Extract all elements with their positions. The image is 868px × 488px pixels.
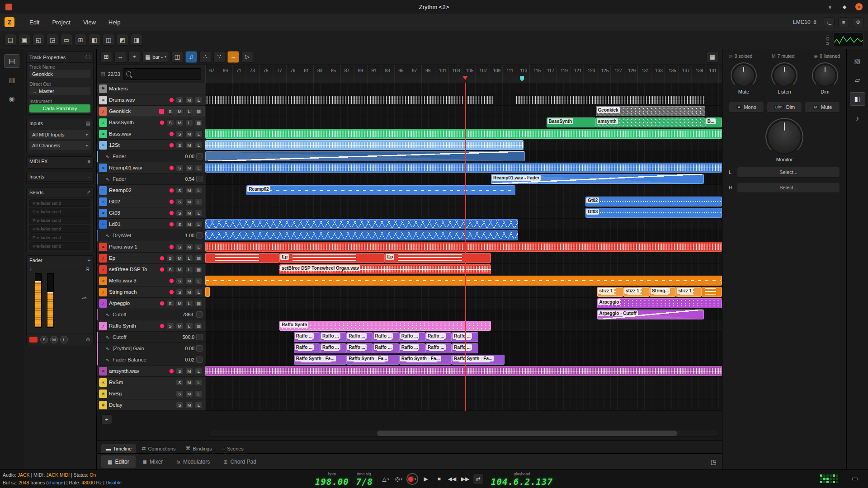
- region-clip[interactable]: Reamp02: [246, 185, 515, 195]
- solo-button[interactable]: S: [176, 244, 184, 250]
- record-arm-indicator[interactable]: [159, 108, 165, 114]
- solo-button[interactable]: S: [176, 198, 184, 205]
- track-row[interactable]: ⚑Markers: [97, 83, 205, 94]
- track-search-input[interactable]: [134, 71, 198, 77]
- mute-button[interactable]: M: [185, 142, 193, 149]
- timeline-lanes[interactable]: GeonkickBassSynthamsynthB...Reamp01.wav …: [205, 83, 722, 411]
- region-clip[interactable]: [205, 129, 722, 139]
- more-options-icon[interactable]: ▷: [241, 51, 253, 63]
- timeline-lane[interactable]: [205, 94, 722, 106]
- region-clip[interactable]: sfizz 1: [623, 287, 650, 297]
- show-lanes-icon[interactable]: ▦: [195, 266, 203, 273]
- region-clip[interactable]: [205, 287, 210, 297]
- timeline-lane[interactable]: Raffo Synth - Fa...Raffo Synth - Fa...Ra…: [205, 354, 722, 366]
- fullscreen-icon[interactable]: ▣: [19, 34, 30, 46]
- solo-button[interactable]: S: [176, 142, 184, 149]
- solo-button[interactable]: S: [176, 221, 184, 228]
- tab-connections[interactable]: ⇄Connections: [137, 444, 180, 453]
- region-clip[interactable]: Raffo Synth - Fa...: [346, 355, 399, 365]
- plugin-slot[interactable]: Pre-fader send: [29, 225, 90, 233]
- timeline-lane[interactable]: [205, 388, 722, 399]
- timeline-lane[interactable]: Arpeggio: [205, 298, 722, 309]
- mute-button[interactable]: M: [185, 164, 193, 171]
- record-arm-indicator[interactable]: [169, 211, 174, 216]
- maximize-window-icon[interactable]: ◆: [841, 3, 848, 10]
- track-row[interactable]: ≈Piano.wav 1SML: [97, 241, 205, 253]
- monitor-section-icon[interactable]: ◧: [850, 92, 865, 106]
- track-row[interactable]: ♪GeonkickSML▦: [97, 106, 205, 117]
- menu-project[interactable]: Project: [46, 16, 76, 28]
- show-lanes-icon[interactable]: ▦: [195, 255, 203, 262]
- region-clip[interactable]: Raffo Synth - Fa...: [294, 355, 347, 365]
- record-arm-indicator[interactable]: [169, 131, 174, 136]
- menu-view[interactable]: View: [77, 16, 102, 28]
- automation-menu-button[interactable]: [196, 334, 203, 340]
- timeline-lane[interactable]: [205, 140, 722, 151]
- track-inspector-icon[interactable]: ▤: [4, 54, 19, 68]
- playhead-display-icon[interactable]: ∴: [199, 51, 211, 63]
- listen-button[interactable]: L: [195, 244, 203, 250]
- mute-button[interactable]: M: [176, 266, 184, 273]
- file-browser-icon[interactable]: ▱: [850, 73, 865, 87]
- timeline-lane[interactable]: [205, 241, 722, 253]
- scripting-console-icon[interactable]: ›_: [824, 17, 835, 27]
- playhead-line[interactable]: [465, 83, 466, 411]
- plugin-slot[interactable]: Pre-fader send: [29, 208, 90, 216]
- automation-menu-button[interactable]: [196, 153, 203, 160]
- timeline-lane[interactable]: Arpeggio - Cutoff: [205, 309, 722, 320]
- record-arm-indicator[interactable]: [160, 301, 165, 306]
- solo-button[interactable]: S: [176, 368, 184, 375]
- solo-button[interactable]: S: [176, 210, 184, 216]
- mute-button[interactable]: M: [185, 244, 193, 250]
- listen-button[interactable]: L: [185, 108, 193, 115]
- mute-button[interactable]: M: [185, 131, 193, 137]
- record-button[interactable]: ▾: [406, 473, 418, 485]
- top-panel-toggle-icon[interactable]: ◩: [117, 34, 128, 46]
- dim-knob[interactable]: [815, 65, 835, 86]
- mute-knob[interactable]: [733, 65, 754, 86]
- timeline-ruler[interactable]: 6769717375777981838587899193959799101103…: [205, 65, 722, 83]
- show-lanes-icon[interactable]: ▦: [195, 323, 203, 329]
- region-clip[interactable]: Raffo ...: [294, 343, 320, 353]
- cue-marker[interactable]: [520, 76, 524, 81]
- tab-chord-pad[interactable]: ⊞Chord Pad: [217, 455, 263, 468]
- metronome-button[interactable]: △▾: [380, 474, 391, 484]
- clip-actions-icon[interactable]: ◫: [171, 51, 183, 63]
- listen-button[interactable]: L: [195, 142, 203, 149]
- listen-button[interactable]: L: [195, 368, 203, 375]
- listen-button[interactable]: L: [185, 255, 193, 262]
- automation-menu-button[interactable]: [196, 357, 203, 363]
- solo-button[interactable]: S: [176, 97, 184, 103]
- mute-button[interactable]: M: [185, 198, 193, 205]
- track-search-box[interactable]: [123, 68, 201, 80]
- solo-button[interactable]: S: [176, 402, 184, 408]
- timeline-lane[interactable]: EpEp: [205, 253, 722, 264]
- status-text[interactable]: change: [48, 480, 63, 485]
- sends-icon[interactable]: ↗: [86, 189, 90, 195]
- listen-button[interactable]: L: [195, 289, 203, 296]
- input-selector[interactable]: All Channels▾: [29, 141, 90, 150]
- fit-selection-icon[interactable]: ▭: [61, 34, 72, 46]
- add-track-button[interactable]: +: [101, 414, 112, 424]
- region-clip[interactable]: Raffo ...: [320, 332, 346, 342]
- tab-mixer[interactable]: ≣Mixer: [137, 455, 170, 468]
- mute-button[interactable]: M: [185, 187, 193, 194]
- playhead-display[interactable]: 104.6.2.137: [491, 478, 553, 486]
- region-clip[interactable]: amsynth: [596, 117, 705, 127]
- hscrollbar-thumb[interactable]: [377, 431, 677, 436]
- tab-scenes[interactable]: ≡Scenes: [217, 444, 248, 453]
- mute-button[interactable]: M: [176, 108, 184, 115]
- playhead-follow-icon[interactable]: →: [227, 51, 239, 63]
- automation-menu-button[interactable]: [196, 311, 203, 318]
- timeline-options-icon[interactable]: ▦: [707, 51, 718, 63]
- region-clip[interactable]: Raffo ...: [425, 343, 452, 353]
- solo-button[interactable]: S: [176, 390, 184, 397]
- track-row[interactable]: ≈Reamp01.wavSML: [97, 162, 205, 174]
- status-text[interactable]: Disable: [106, 480, 122, 485]
- listen-knob[interactable]: [774, 65, 795, 86]
- track-row[interactable]: ♪ArpeggioSML▦: [97, 298, 205, 309]
- original-size-icon[interactable]: ⊞: [75, 34, 86, 46]
- region-clip[interactable]: Raffo ...: [373, 332, 399, 342]
- track-row[interactable]: ≈Gt02SML: [97, 196, 205, 207]
- fader-mute-button[interactable]: M: [50, 336, 58, 343]
